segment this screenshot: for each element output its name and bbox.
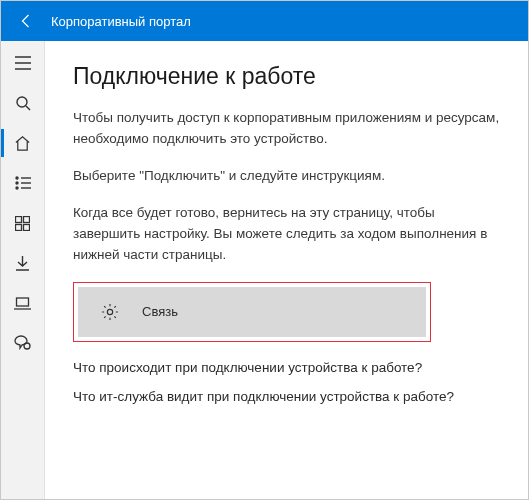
intro-para-3: Когда все будет готово, вернитесь на эту… xyxy=(73,203,500,266)
app-title: Корпоративный портал xyxy=(51,14,191,29)
svg-rect-7 xyxy=(24,224,30,230)
search-icon xyxy=(15,95,31,111)
svg-point-10 xyxy=(107,309,112,314)
menu-icon xyxy=(15,56,31,70)
list-icon xyxy=(15,176,31,190)
download-icon xyxy=(15,255,30,271)
home-icon xyxy=(14,135,31,152)
gear-icon xyxy=(100,302,120,322)
back-button[interactable] xyxy=(5,1,49,41)
tiles-icon xyxy=(15,216,30,231)
faq-link-2[interactable]: Что ит-служба видит при подключении устр… xyxy=(73,389,500,404)
connect-button[interactable]: Связь xyxy=(78,287,426,337)
sidebar-item-support[interactable] xyxy=(1,323,45,363)
app-window: Корпоративный портал xyxy=(0,0,529,500)
faq-link-1[interactable]: Что происходит при подключении устройств… xyxy=(73,360,500,375)
svg-point-2 xyxy=(16,182,18,184)
main-content: Подключение к работе Чтобы получить дост… xyxy=(45,41,528,499)
titlebar: Корпоративный портал xyxy=(1,1,528,41)
sidebar-item-download[interactable] xyxy=(1,243,45,283)
svg-point-9 xyxy=(24,343,30,349)
svg-rect-6 xyxy=(16,224,22,230)
app-body: Подключение к работе Чтобы получить дост… xyxy=(1,41,528,499)
sidebar-item-device[interactable] xyxy=(1,283,45,323)
sidebar-item-menu[interactable] xyxy=(1,43,45,83)
sidebar xyxy=(1,41,45,499)
laptop-icon xyxy=(14,297,31,310)
connect-highlight-box: Связь xyxy=(73,282,431,342)
back-arrow-icon xyxy=(18,12,36,30)
svg-point-3 xyxy=(16,187,18,189)
sidebar-item-search[interactable] xyxy=(1,83,45,123)
svg-point-1 xyxy=(16,177,18,179)
sidebar-item-apps[interactable] xyxy=(1,163,45,203)
svg-rect-4 xyxy=(16,216,22,222)
intro-para-1: Чтобы получить доступ к корпоративным пр… xyxy=(73,108,500,150)
sidebar-item-tiles[interactable] xyxy=(1,203,45,243)
sidebar-item-home[interactable] xyxy=(1,123,45,163)
support-icon xyxy=(14,335,31,351)
svg-rect-5 xyxy=(24,216,30,222)
intro-para-2: Выберите "Подключить" и следуйте инструк… xyxy=(73,166,500,187)
page-title: Подключение к работе xyxy=(73,63,500,90)
connect-button-label: Связь xyxy=(142,304,178,319)
svg-point-0 xyxy=(17,97,27,107)
svg-rect-8 xyxy=(17,298,29,306)
